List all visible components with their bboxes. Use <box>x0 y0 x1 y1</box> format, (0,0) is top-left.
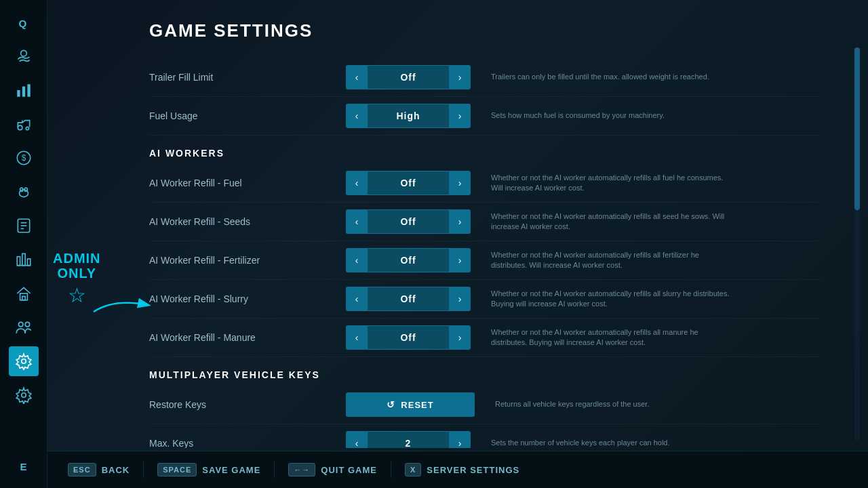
svg-rect-3 <box>22 87 24 97</box>
ai-fuel-value: Off <box>368 171 449 195</box>
content-area: GAME SETTINGS Trailer Fill Limit ‹ Off ›… <box>47 0 868 451</box>
main-content: GAME SETTINGS Trailer Fill Limit ‹ Off ›… <box>47 0 868 488</box>
svg-text:E: E <box>20 461 26 472</box>
scrollbar-thumb <box>854 47 860 210</box>
max-keys-next[interactable]: › <box>449 431 471 448</box>
fuel-usage-prev[interactable]: ‹ <box>346 104 368 128</box>
fuel-usage-selector: ‹ High › <box>346 104 471 128</box>
fuel-usage-control: ‹ High › <box>346 104 471 128</box>
ai-seeds-selector: ‹ Off › <box>346 209 471 234</box>
esc-key-badge: ESC <box>68 463 96 476</box>
sidebar: Q $ E <box>0 0 47 488</box>
ai-manure-selector: ‹ Off › <box>346 325 471 350</box>
svg-rect-21 <box>22 296 24 300</box>
fuel-usage-value: High <box>368 104 449 128</box>
sidebar-icon-tractor[interactable] <box>9 109 39 139</box>
ai-fertilizer-next[interactable]: › <box>449 248 471 272</box>
restore-keys-button[interactable]: ↺ RESET <box>346 392 475 417</box>
sidebar-icon-settings[interactable] <box>9 346 39 376</box>
trailer-fill-label: Trailer Fill Limit <box>149 72 339 83</box>
ai-slurry-next[interactable]: › <box>449 287 471 311</box>
sidebar-icon-animals[interactable] <box>9 177 39 207</box>
ai-fertilizer-selector: ‹ Off › <box>346 248 471 272</box>
ai-slurry-value: Off <box>368 287 449 311</box>
ai-slurry-prev[interactable]: ‹ <box>346 287 368 311</box>
admin-callout: ADMIN ONLY ☆ <box>53 251 101 307</box>
ai-fuel-selector: ‹ Off › <box>346 171 471 195</box>
trailer-fill-next[interactable]: › <box>449 65 471 89</box>
svg-point-1 <box>20 50 26 56</box>
ai-fertilizer-prev[interactable]: ‹ <box>346 248 368 272</box>
svg-rect-18 <box>27 259 30 266</box>
ai-fuel-next[interactable]: › <box>449 171 471 195</box>
back-label: BACK <box>102 465 130 475</box>
admin-label-line1: ADMIN <box>53 251 101 266</box>
reset-button-label: RESET <box>401 400 433 410</box>
ai-seeds-value: Off <box>368 209 449 234</box>
divider-1 <box>143 462 144 478</box>
restore-keys-description: Returns all vehicle keys regardless of t… <box>495 399 649 409</box>
fuel-usage-label: Fuel Usage <box>149 110 339 121</box>
space-key-badge: SPACE <box>157 463 197 476</box>
ai-seeds-label: AI Worker Refill - Seeds <box>149 216 339 227</box>
admin-label-line2: ONLY <box>57 266 96 281</box>
trailer-fill-prev[interactable]: ‹ <box>346 65 368 89</box>
ai-fertilizer-description: Whether or not the AI worker automatical… <box>491 250 735 271</box>
action-server[interactable]: X SERVER SETTINGS <box>405 463 519 476</box>
ai-slurry-label: AI Worker Refill - Slurry <box>149 293 339 304</box>
ai-seeds-prev[interactable]: ‹ <box>346 209 368 234</box>
fuel-usage-next[interactable]: › <box>449 104 471 128</box>
svg-text:Q: Q <box>18 18 26 29</box>
setting-row-ai-manure: AI Worker Refill - Manure ‹ Off › Whethe… <box>149 319 821 357</box>
setting-row-max-keys: Max. Keys ‹ 2 › Sets the number of vehic… <box>149 424 821 448</box>
arrow-key-badge: ←→ <box>288 463 315 476</box>
action-quit[interactable]: ←→ QUIT GAME <box>288 463 377 476</box>
action-save[interactable]: SPACE SAVE GAME <box>157 463 260 476</box>
svg-point-24 <box>21 359 26 364</box>
ai-slurry-control: ‹ Off › <box>346 287 471 311</box>
ai-fuel-control: ‹ Off › <box>346 171 471 195</box>
sidebar-icon-weather[interactable] <box>9 41 39 71</box>
sidebar-icon-multiplayer[interactable] <box>9 312 39 342</box>
sidebar-icon-gear[interactable] <box>9 380 39 410</box>
restore-keys-label: Restore Keys <box>149 399 339 410</box>
divider-2 <box>274 462 275 478</box>
admin-arrow-icon <box>87 291 168 325</box>
ai-manure-label: AI Worker Refill - Manure <box>149 332 339 343</box>
setting-row-trailer-fill: Trailer Fill Limit ‹ Off › Trailers can … <box>149 58 821 97</box>
ai-slurry-description: Whether or not the AI worker automatical… <box>491 289 735 310</box>
setting-row-fuel-usage: Fuel Usage ‹ High › Sets how much fuel i… <box>149 97 821 136</box>
max-keys-control: ‹ 2 › <box>346 431 471 448</box>
admin-star-icon: ☆ <box>68 283 86 307</box>
server-label: SERVER SETTINGS <box>427 465 519 475</box>
max-keys-prev[interactable]: ‹ <box>346 431 368 448</box>
ai-fuel-label: AI Worker Refill - Fuel <box>149 178 339 188</box>
trailer-fill-selector: ‹ Off › <box>346 65 471 89</box>
ai-manure-next[interactable]: › <box>449 325 471 350</box>
sidebar-icon-economy[interactable]: $ <box>9 143 39 173</box>
restore-keys-control: ↺ RESET <box>346 392 475 417</box>
multiplayer-section-header: MULTIPLAYER VEHICLE KEYS <box>149 357 821 386</box>
ai-slurry-selector: ‹ Off › <box>346 287 471 311</box>
ai-seeds-control: ‹ Off › <box>346 209 471 234</box>
page-title: GAME SETTINGS <box>149 20 834 41</box>
sidebar-icon-q[interactable]: Q <box>9 7 39 37</box>
sidebar-icon-e[interactable]: E <box>9 451 39 481</box>
ai-seeds-next[interactable]: › <box>449 209 471 234</box>
sidebar-icon-stats[interactable] <box>9 75 39 105</box>
save-label: SAVE GAME <box>202 465 260 475</box>
sidebar-icon-contracts[interactable] <box>9 211 39 241</box>
ai-manure-prev[interactable]: ‹ <box>346 325 368 350</box>
max-keys-description: Sets the number of vehicle keys each pla… <box>491 438 670 448</box>
trailer-fill-description: Trailers can only be filled until the ma… <box>491 72 709 82</box>
scrollbar-track[interactable] <box>854 47 860 441</box>
action-back[interactable]: ESC BACK <box>68 463 130 476</box>
ai-seeds-description: Whether or not the AI worker automatical… <box>491 211 735 232</box>
svg-rect-17 <box>22 253 24 265</box>
sidebar-icon-production[interactable] <box>9 245 39 274</box>
svg-rect-2 <box>17 90 20 97</box>
sidebar-icon-farm[interactable] <box>9 279 39 308</box>
ai-workers-section-header: AI WORKERS <box>149 136 821 164</box>
ai-fuel-prev[interactable]: ‹ <box>346 171 368 195</box>
ai-fertilizer-label: AI Worker Refill - Fertilizer <box>149 255 339 266</box>
